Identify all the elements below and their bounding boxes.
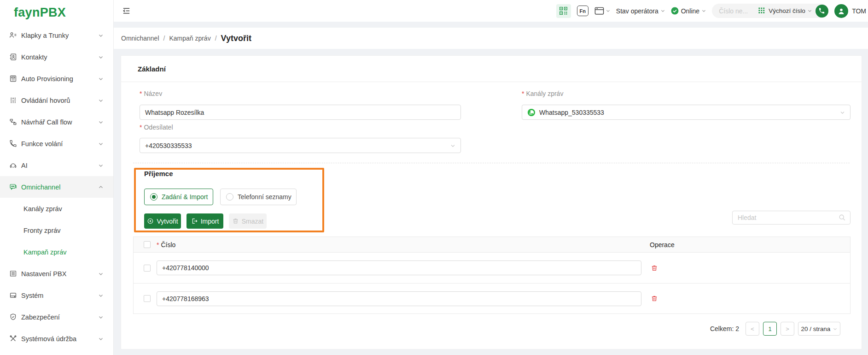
sidebar-subitem-fronty-zprav[interactable]: Fronty zpráv [0, 219, 113, 241]
create-button[interactable]: Vytvořit [144, 213, 181, 229]
pagination-prev-button[interactable]: < [746, 322, 759, 336]
delete-row-button[interactable] [651, 264, 658, 272]
auto-provisioning-icon [9, 75, 17, 83]
dialpad-icon[interactable] [758, 7, 765, 15]
name-field-label: *Název [140, 90, 162, 97]
numbers-table: *Číslo Operace [133, 237, 851, 314]
breadcrumb-kampan-zprav[interactable]: Kampaň zpráv [169, 35, 210, 42]
required-mark: * [157, 241, 159, 248]
sidebar-item-system[interactable]: Systém [0, 284, 113, 306]
recipient-option-phonebook[interactable]: Telefonní seznamy [220, 189, 297, 205]
sidebar-item-label: AI [21, 162, 99, 169]
breadcrumb-omnichannel[interactable]: Omnichannel [121, 35, 159, 42]
recipient-option-label: Telefonní seznamy [238, 193, 291, 201]
app-logo: faynPBX [0, 0, 113, 20]
menu-fold-icon[interactable] [122, 6, 131, 15]
chevron-down-icon [99, 164, 103, 167]
required-mark: * [522, 90, 524, 97]
dial-number-input[interactable] [719, 7, 755, 15]
extensions-trunks-icon [9, 31, 17, 40]
logo-fayn: fayn [14, 6, 40, 19]
sidebar-item-label: Systém [21, 292, 99, 299]
delete-button[interactable]: Smazat [229, 213, 267, 229]
sidebar-item-label: Systémová údržba [21, 335, 99, 343]
call-flow-icon [9, 118, 17, 126]
sidebar-item-zabezpeceni[interactable]: Zabezpečení [0, 306, 113, 328]
chevron-down-icon [840, 111, 845, 114]
chevron-down-icon [99, 294, 103, 297]
operator-status-label: Stav operátora [616, 7, 658, 15]
sidebar-item-navrhar-call-flow[interactable]: Návrhář Call flow [0, 111, 113, 133]
section-title-basic: Základní [138, 65, 166, 73]
sidebar-item-ai[interactable]: AI [0, 154, 113, 176]
sidebar-item-kontakty[interactable]: Kontakty [0, 46, 113, 68]
chevron-down-icon [450, 144, 455, 148]
sidebar-item-funkce-volani[interactable]: Funkce volání [0, 133, 113, 154]
number-cell [157, 291, 641, 306]
chevron-down-icon [99, 77, 103, 81]
operator-status-dropdown[interactable]: Stav operátora [616, 7, 665, 15]
import-button[interactable]: Import [186, 213, 223, 229]
required-mark: * [140, 124, 142, 131]
sidebar-item-auto-provisioning[interactable]: Auto Provisioning [0, 68, 113, 89]
search-icon[interactable] [839, 214, 846, 221]
online-status-dropdown[interactable]: Online [671, 7, 706, 15]
radio-unselected-icon[interactable] [226, 193, 233, 201]
page-title: Vytvořit [221, 34, 251, 43]
operations-column-header: Operace [650, 241, 675, 248]
default-number-label: Výchozí číslo [769, 7, 805, 14]
name-input[interactable] [140, 105, 461, 120]
row-checkbox[interactable] [144, 295, 151, 302]
number-cell [157, 260, 641, 275]
default-number-dropdown[interactable]: Výchozí číslo [769, 7, 812, 14]
page-size-select[interactable]: 20 / strana [798, 322, 840, 336]
recipient-option-manual[interactable]: Zadání & Import [144, 189, 213, 205]
pbx-settings-icon [9, 270, 17, 278]
radio-selected-icon[interactable] [150, 193, 157, 201]
fn-key-icon[interactable]: Fn [577, 6, 588, 16]
check-circle-icon [671, 7, 679, 15]
channels-select-value: Whatsapp_530335533 [539, 109, 836, 116]
omnichannel-icon [9, 183, 17, 191]
user-avatar-icon[interactable] [834, 4, 848, 18]
qr-code-icon[interactable] [556, 4, 571, 18]
pagination: Celkem: 2 < 1 > 20 / strana [710, 322, 840, 336]
delete-row-button[interactable] [651, 295, 658, 302]
call-button[interactable] [816, 5, 828, 18]
chevron-down-icon [808, 9, 812, 12]
sidebar-item-klapky-a-trunky[interactable]: Klapky a Trunky [0, 24, 113, 46]
sidebar-item-label: Ovládání hovorů [21, 97, 99, 104]
number-input[interactable] [157, 291, 641, 306]
sidebar-subitem-kanaly-zprav[interactable]: Kanály zpráv [0, 198, 113, 219]
number-input[interactable] [157, 260, 641, 275]
chevron-down-icon [661, 9, 665, 12]
sidebar-subitem-kampan-zprav[interactable]: Kampaň zpráv [0, 241, 113, 263]
logo-pbx: PBX [40, 6, 66, 19]
username-label[interactable]: TOM [852, 7, 866, 15]
chevron-up-icon [99, 185, 103, 189]
select-all-checkbox[interactable] [144, 241, 151, 248]
pagination-next-button[interactable]: > [781, 322, 794, 336]
plus-circle-icon [147, 218, 154, 225]
pagination-page-1[interactable]: 1 [763, 322, 777, 336]
channels-field-label: *Kanály zpráv [522, 90, 563, 97]
channels-select[interactable]: Whatsapp_530335533 [522, 105, 851, 120]
sender-select[interactable]: +420530335533 [140, 138, 461, 153]
chevron-down-icon [702, 9, 706, 12]
trash-icon [232, 218, 239, 225]
row-checkbox[interactable] [144, 265, 151, 272]
sidebar-item-label: Nastavení PBX [21, 270, 99, 278]
window-panel-icon[interactable] [594, 6, 610, 15]
create-campaign-card: Základní *Název *Kanály zpráv Whatsapp_5… [121, 55, 862, 349]
maintenance-icon [9, 335, 17, 343]
sidebar-item-nastaveni-pbx[interactable]: Nastavení PBX [0, 263, 113, 284]
table-row [134, 283, 850, 314]
top-bar: Fn Stav operátora Online Výchozí číslo [114, 0, 868, 22]
search-box [732, 211, 851, 225]
sidebar-item-omnichannel[interactable]: Omnichannel [0, 176, 113, 198]
sidebar-menu: Klapky a Trunky Kontakty Auto Provisioni… [0, 24, 113, 349]
call-control-icon [9, 96, 17, 105]
sidebar-item-ovladani-hovoru[interactable]: Ovládání hovorů [0, 89, 113, 111]
sidebar-item-systemova-udrzba[interactable]: Systémová údržba [0, 328, 113, 349]
search-input[interactable] [738, 214, 839, 221]
